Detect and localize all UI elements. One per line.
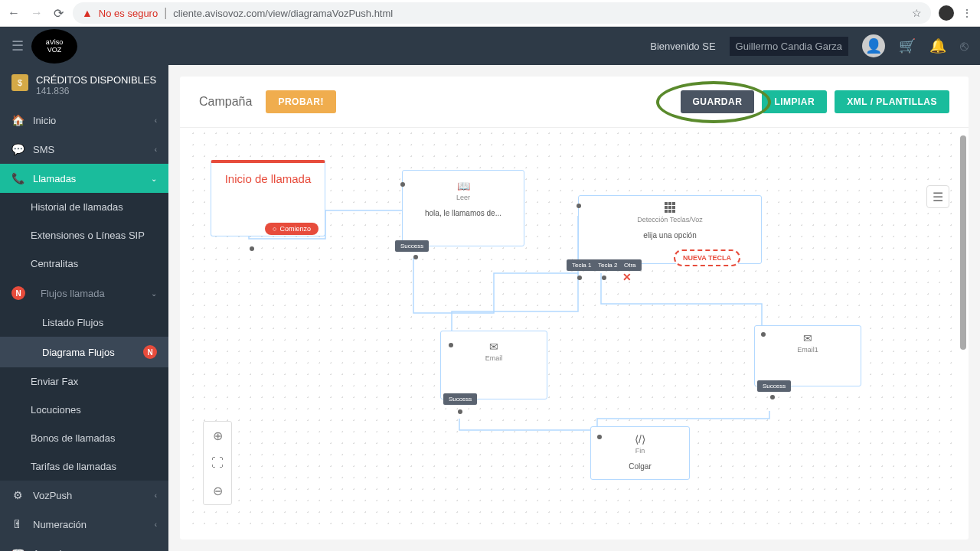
- node-label: Detección Teclas/Voz: [637, 216, 702, 223]
- sidebar-item-centralitas[interactable]: Centralitas: [0, 249, 168, 278]
- xml-button[interactable]: XML / PLANTILLAS: [835, 90, 949, 113]
- node-read[interactable]: 📖 Leer hola, le llamamos de... Success: [402, 170, 524, 246]
- success-tag: Success: [757, 380, 791, 392]
- sidebar-item-listado[interactable]: Listado Flujos: [0, 308, 168, 337]
- node-body: elija una opción: [643, 231, 697, 240]
- extension-icon[interactable]: [939, 5, 954, 21]
- mail-icon: ✉: [489, 341, 498, 353]
- browser-menu-icon[interactable]: ⋮: [962, 7, 972, 19]
- node-end[interactable]: ⟨/⟩ Fin Colgar: [590, 426, 690, 480]
- forward-icon[interactable]: →: [31, 6, 43, 20]
- list-icon[interactable]: ☰: [926, 185, 949, 208]
- book-icon: 📖: [457, 180, 470, 192]
- cart-icon[interactable]: 🛒: [899, 37, 916, 54]
- node-label: Leer: [456, 194, 470, 201]
- guardar-button[interactable]: GUARDAR: [681, 90, 755, 113]
- zoom-controls: ⊕ ⛶ ⊖: [203, 421, 232, 505]
- logout-icon[interactable]: ⎋: [960, 38, 969, 54]
- start-pill[interactable]: ○Comienzo: [265, 223, 318, 235]
- mail-icon: ✉: [803, 332, 812, 344]
- chevron-down-icon: ⌄: [151, 174, 157, 183]
- credits-label: CRÉDITOS DISPONIBLES: [36, 74, 156, 86]
- main-panel: Campaña PROBAR! GUARDAR LIMPIAR XML / PL…: [180, 77, 969, 540]
- sidebar-item-historial[interactable]: Historial de llamadas: [0, 193, 168, 221]
- fullscreen-button[interactable]: ⛶: [204, 449, 231, 477]
- chevron-icon: ‹: [155, 520, 157, 529]
- panel-header: Campaña PROBAR! GUARDAR LIMPIAR XML / PL…: [180, 77, 969, 128]
- success-tag: Success: [395, 240, 429, 252]
- panel-title: Campaña: [199, 95, 252, 109]
- limpiar-button[interactable]: LIMPIAR: [762, 90, 827, 113]
- sidebar-item-fax[interactable]: Enviar Fax: [0, 367, 168, 396]
- bell-icon[interactable]: 🔔: [929, 37, 946, 54]
- sidebar-item-llamadas[interactable]: 📞Llamadas⌄: [0, 164, 168, 193]
- node-start-title: Inicio de llamada: [211, 163, 325, 194]
- warning-icon: ▲: [82, 7, 93, 19]
- logo[interactable]: aVisoVOZ: [31, 29, 77, 64]
- canvas-scrollbar[interactable]: [960, 135, 966, 350]
- zoom-out-button[interactable]: ⊖: [204, 477, 231, 504]
- coins-icon: $: [11, 74, 28, 91]
- chat-icon: 💬: [11, 143, 24, 155]
- sidebar-item-locuciones[interactable]: Locuciones: [0, 396, 168, 424]
- node-email[interactable]: ✉ Email Success: [440, 331, 547, 399]
- avatar[interactable]: 👤: [862, 34, 885, 57]
- workspace: Campaña PROBAR! GUARDAR LIMPIAR XML / PL…: [168, 65, 980, 551]
- sidebar-item-inicio[interactable]: 🏠Inicio‹: [0, 106, 168, 135]
- reload-icon[interactable]: ⟳: [54, 6, 64, 21]
- hamburger-icon[interactable]: ☰: [11, 37, 24, 54]
- security-warning: No es seguro: [99, 8, 158, 19]
- zoom-in-button[interactable]: ⊕: [204, 422, 231, 449]
- browser-address-bar: ← → ⟳ ▲ No es seguro | cliente.avisovoz.…: [0, 0, 980, 27]
- sidebar-item-vozpush[interactable]: ⚙VozPush‹: [0, 481, 168, 510]
- credits-block: $ CRÉDITOS DISPONIBLES 141.836: [0, 65, 168, 106]
- credits-value: 141.836: [36, 86, 156, 96]
- nueva-tecla-button[interactable]: NUEVA TECLA: [674, 249, 740, 266]
- badge-n: N: [11, 286, 25, 300]
- badge-n: N: [143, 345, 157, 359]
- keypad-icon: [665, 202, 675, 213]
- node-label: Fin: [635, 447, 645, 455]
- sidebar-item-flujos[interactable]: NFlujos llamada⌄: [0, 278, 168, 308]
- node-start[interactable]: Inicio de llamada ○Comienzo: [211, 160, 325, 236]
- book-icon: 📖: [11, 547, 24, 551]
- back-icon[interactable]: ←: [8, 6, 20, 20]
- node-email1[interactable]: ✉ Email1 Success: [754, 325, 861, 386]
- url-text: cliente.avisovoz.com/view/diagramaVozPus…: [173, 8, 906, 19]
- sliders-icon: 🎚: [11, 518, 24, 530]
- sidebar: $ CRÉDITOS DISPONIBLES 141.836 🏠Inicio‹ …: [0, 65, 168, 551]
- node-body: Colgar: [629, 462, 651, 471]
- app-topbar: ☰ aVisoVOZ Bienvenido SE Guillermo Candi…: [0, 27, 980, 65]
- bookmark-star-icon[interactable]: ☆: [912, 7, 922, 19]
- node-label: Email: [485, 354, 503, 362]
- probar-button[interactable]: PROBAR!: [266, 90, 336, 113]
- chevron-icon: ‹: [155, 145, 157, 154]
- user-name: Guillermo Candia Garza: [730, 37, 848, 56]
- sidebar-item-diagrama[interactable]: Diagrama FlujosN: [0, 337, 168, 367]
- chevron-down-icon: ⌄: [151, 289, 157, 298]
- node-body: hola, le llamamos de...: [425, 209, 501, 217]
- sidebar-item-sms[interactable]: 💬SMS‹: [0, 135, 168, 164]
- sidebar-item-numeracion[interactable]: 🎚Numeración‹: [0, 510, 168, 539]
- end-icon: ⟨/⟩: [635, 433, 645, 445]
- phone-icon: 📞: [11, 172, 24, 184]
- sidebar-item-tarifas[interactable]: Tarifas de llamadas: [0, 452, 168, 481]
- sidebar-item-agenda[interactable]: 📖Agenda: [0, 539, 168, 551]
- sidebar-item-extensiones[interactable]: Extensiones o Líneas SIP: [0, 221, 168, 249]
- node-label: Email1: [797, 346, 818, 354]
- success-tag: Success: [443, 393, 477, 405]
- chevron-icon: ‹: [155, 116, 157, 125]
- gear-icon: ⚙: [11, 489, 24, 501]
- url-bar[interactable]: ▲ No es seguro | cliente.avisovoz.com/vi…: [73, 2, 931, 24]
- home-icon: 🏠: [11, 114, 24, 126]
- otra-tag[interactable]: Otra: [619, 259, 642, 271]
- diagram-canvas[interactable]: Inicio de llamada ○Comienzo 📖 Leer hola,…: [188, 128, 961, 532]
- welcome-label: Bienvenido SE: [650, 41, 715, 52]
- sidebar-item-bonos[interactable]: Bonos de llamadas: [0, 424, 168, 452]
- chevron-icon: ‹: [155, 491, 157, 500]
- delete-x-icon[interactable]: ✕: [622, 271, 632, 283]
